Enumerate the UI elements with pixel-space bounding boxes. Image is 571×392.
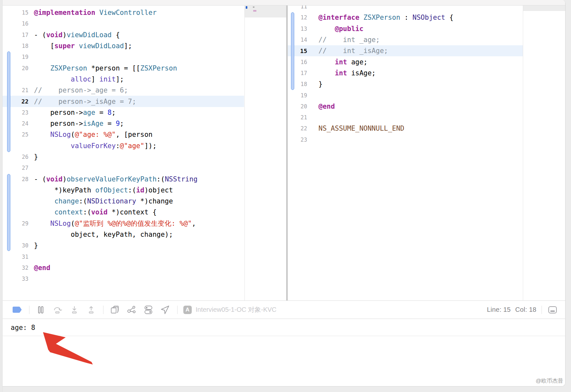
- code-line[interactable]: 16: [2, 18, 244, 29]
- line-number[interactable]: 19: [2, 54, 28, 60]
- code-line[interactable]: 20 ZSXPerson *person = [[ZSXPerson: [2, 62, 244, 73]
- code-line[interactable]: 22// person->_isAge = 7;: [2, 96, 244, 107]
- line-number[interactable]: 20: [2, 65, 28, 71]
- code-line[interactable]: *)keyPath ofObject:(id)object: [2, 185, 244, 196]
- code-line[interactable]: 17- (void)viewDidLoad {: [2, 29, 244, 40]
- line-number[interactable]: 22: [2, 98, 28, 105]
- minimap-visible-region[interactable]: [523, 5, 566, 11]
- line-number[interactable]: 23: [2, 109, 28, 116]
- running-app-icon: A: [183, 306, 192, 314]
- toggle-debug-area-button[interactable]: [547, 304, 558, 315]
- line-number[interactable]: 21: [2, 87, 28, 93]
- code-text: - (void)observeValueForKeyPath:(NSString: [28, 175, 198, 183]
- editor-pane-left[interactable]: 15@implementation ViewController1617- (v…: [2, 5, 244, 300]
- code-line[interactable]: 28- (void)observeValueForKeyPath:(NSStri…: [2, 173, 244, 184]
- code-line[interactable]: 11: [288, 5, 523, 12]
- minimap-visible-region[interactable]: [245, 5, 286, 17]
- change-bar[interactable]: [7, 51, 10, 152]
- line-number[interactable]: 27: [2, 165, 28, 171]
- line-number[interactable]: 19: [288, 92, 307, 99]
- line-number[interactable]: 16: [2, 20, 28, 27]
- minimap-right[interactable]: [523, 5, 566, 300]
- code-line[interactable]: context:(void *)context {: [2, 207, 244, 218]
- memory-graph-button[interactable]: [126, 304, 137, 315]
- code-line[interactable]: 24 person->isAge = 9;: [2, 118, 244, 129]
- line-number[interactable]: 18: [288, 81, 307, 87]
- simulate-location-icon: [161, 305, 170, 314]
- code-line[interactable]: 14// int _age;: [288, 34, 523, 45]
- minimap-left[interactable]: [244, 5, 286, 300]
- line-number[interactable]: 15: [288, 48, 307, 54]
- change-bar[interactable]: [291, 12, 294, 90]
- line-number[interactable]: 23: [288, 136, 307, 143]
- code-line[interactable]: valueForKey:@"age"]);: [2, 140, 244, 151]
- line-number[interactable]: 17: [2, 32, 28, 38]
- code-line[interactable]: 31: [2, 251, 244, 262]
- line-number[interactable]: 33: [2, 276, 28, 282]
- code-line[interactable]: 23: [288, 134, 523, 145]
- step-into-button[interactable]: [69, 304, 80, 315]
- code-line[interactable]: 19: [288, 90, 523, 101]
- line-number[interactable]: 26: [2, 154, 28, 160]
- line-number[interactable]: 21: [288, 114, 307, 121]
- step-out-button[interactable]: [86, 304, 97, 315]
- line-number[interactable]: 29: [2, 220, 28, 227]
- code-text: person->age = 8;: [28, 109, 116, 116]
- code-line[interactable]: 29 NSLog(@"监听到 %@的%@的值发生变化: %@",: [2, 218, 244, 229]
- code-line[interactable]: 12@interface ZSXPerson : NSObject {: [288, 12, 523, 23]
- code-line[interactable]: 22NS_ASSUME_NONNULL_END: [288, 123, 523, 134]
- code-text: NSLog(@"监听到 %@的%@的值发生变化: %@",: [28, 219, 196, 228]
- code-line[interactable]: 30}: [2, 240, 244, 251]
- code-line[interactable]: 13 @public: [288, 23, 523, 34]
- code-line[interactable]: 26}: [2, 151, 244, 162]
- line-number[interactable]: 25: [2, 131, 28, 138]
- line-number[interactable]: 12: [288, 14, 307, 21]
- code-line[interactable]: object, keyPath, change);: [2, 229, 244, 240]
- code-line[interactable]: 21: [288, 112, 523, 123]
- view-hierarchy-button[interactable]: [109, 304, 120, 315]
- xcode-window: 15@implementation ViewController1617- (v…: [0, 0, 566, 387]
- line-number[interactable]: 20: [288, 103, 307, 110]
- code-text: @implementation ViewController: [28, 9, 156, 16]
- code-line[interactable]: 32@end: [2, 262, 244, 273]
- line-number[interactable]: 22: [288, 125, 307, 132]
- code-line[interactable]: 20@end: [288, 101, 523, 112]
- line-number[interactable]: 31: [2, 254, 28, 260]
- console-area[interactable]: age: 8: [0, 319, 565, 386]
- code-line[interactable]: 15// int _isAge;: [288, 45, 523, 56]
- environment-overrides-button[interactable]: [143, 304, 154, 315]
- line-number[interactable]: 17: [288, 70, 307, 76]
- code-line[interactable]: 18 [super viewDidLoad];: [2, 40, 244, 51]
- code-line[interactable]: 17 int isAge;: [288, 68, 523, 79]
- line-number[interactable]: 11: [288, 5, 307, 10]
- line-number[interactable]: 28: [2, 176, 28, 182]
- code-line[interactable]: 33: [2, 273, 244, 284]
- code-line[interactable]: 25 NSLog(@"age: %@", [person: [2, 129, 244, 140]
- code-line[interactable]: 15@implementation ViewController: [2, 7, 244, 18]
- code-line[interactable]: 19: [2, 51, 244, 62]
- line-number[interactable]: 18: [2, 43, 28, 49]
- line-number[interactable]: 24: [2, 120, 28, 127]
- code-line[interactable]: 27: [2, 162, 244, 173]
- line-number[interactable]: 30: [2, 242, 28, 249]
- simulate-location-button[interactable]: [160, 304, 171, 315]
- line-number[interactable]: 16: [288, 59, 307, 65]
- code-line[interactable]: alloc] init];: [2, 74, 244, 85]
- change-bar[interactable]: [7, 174, 10, 251]
- code-line[interactable]: 18}: [288, 79, 523, 90]
- editor-pane-right[interactable]: 1112@interface ZSXPerson : NSObject {13 …: [288, 5, 523, 300]
- breakpoints-toggle-button[interactable]: [12, 304, 23, 315]
- code-text: *)keyPath ofObject:(id)object: [28, 186, 173, 194]
- step-over-button[interactable]: [52, 304, 63, 315]
- code-line[interactable]: change:(NSDictionary *)change: [2, 196, 244, 207]
- code-line[interactable]: 23 person->age = 8;: [2, 107, 244, 118]
- code-line[interactable]: 16 int age;: [288, 56, 523, 67]
- debug-toolbar-buttons: AInterview05-1-OC 对象-KVC: [12, 304, 276, 315]
- line-number[interactable]: 13: [288, 26, 307, 32]
- code-line[interactable]: 21// person->_age = 6;: [2, 85, 244, 96]
- view-hierarchy-icon: [110, 306, 119, 314]
- line-number[interactable]: 32: [2, 265, 28, 271]
- pause-execution-button[interactable]: [35, 304, 46, 315]
- line-number[interactable]: 14: [288, 37, 307, 43]
- line-number[interactable]: 15: [2, 9, 28, 16]
